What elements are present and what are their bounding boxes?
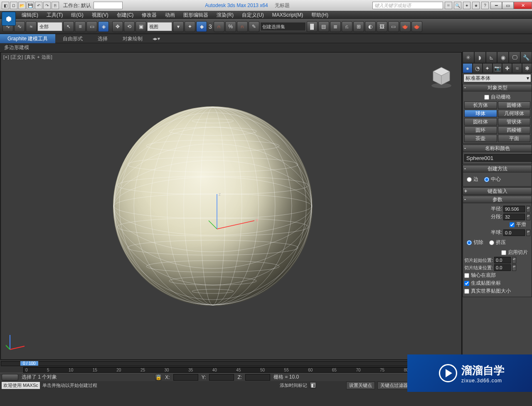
named-selection[interactable]: 创建选择集 <box>260 22 306 31</box>
modify-tab-icon[interactable]: ◗ <box>474 52 486 63</box>
manip-icon[interactable]: ✦ <box>185 21 195 32</box>
link-icon[interactable]: ⎘ <box>52 2 59 9</box>
hierarchy-tab-icon[interactable]: ⊾ <box>486 52 498 63</box>
ribbon-panel-label[interactable]: 多边形建模 <box>0 43 532 52</box>
ribbon-expand-icon[interactable]: ◂▸▾ <box>150 34 163 43</box>
viewport-label[interactable]: [+] [正交] [真实 + 边面] <box>3 54 52 60</box>
rollout-params[interactable]: -参数 <box>463 196 532 203</box>
real-world-checkbox[interactable] <box>464 289 469 294</box>
close-button[interactable]: ✕ <box>514 2 532 9</box>
slice-to-spinner[interactable]: ▴▾ <box>512 264 516 271</box>
display-tab-icon[interactable]: 🖵 <box>509 52 520 63</box>
slice-to-input[interactable] <box>494 264 511 271</box>
rollout-name-color[interactable]: -名称和颜色 <box>463 145 532 152</box>
move-icon[interactable]: ✥ <box>112 21 123 32</box>
add-tag-button[interactable]: 添加时间标记 <box>280 382 307 389</box>
search-icon[interactable]: 🔍 <box>454 2 461 9</box>
tab-selection[interactable]: 选择 <box>90 34 115 43</box>
undo-icon[interactable]: ↶ <box>35 2 42 9</box>
workspace-dropdown[interactable] <box>94 2 123 9</box>
set-key-button[interactable]: 设置关键点 <box>346 381 375 389</box>
radio-chop[interactable] <box>467 240 472 245</box>
base-pivot-checkbox[interactable] <box>464 273 469 278</box>
new-icon[interactable]: 🗋 <box>10 2 17 9</box>
radius-input[interactable] <box>503 206 525 212</box>
select-icon[interactable]: ↖ <box>63 21 74 32</box>
maximize-button[interactable]: ▭ <box>502 2 514 9</box>
shapes-icon[interactable]: ◔ <box>473 63 483 73</box>
schematic-icon[interactable]: ⊞ <box>353 21 364 32</box>
ref-coord-dropdown[interactable]: 视图 <box>147 22 172 31</box>
mini-listener-icon[interactable] <box>2 374 18 381</box>
select-name-icon[interactable]: ≡ <box>75 21 86 32</box>
rollout-object-type[interactable]: -对象类型 <box>463 84 532 91</box>
slice-from-input[interactable] <box>494 257 511 263</box>
menu-help[interactable]: 帮助(H) <box>307 12 332 19</box>
render-frame-icon[interactable]: ▭ <box>388 21 399 32</box>
segments-spinner[interactable]: ▴▾ <box>526 214 530 220</box>
category-dropdown[interactable]: 标准基本体▾ <box>463 74 531 82</box>
rollout-keyboard[interactable]: +键盘输入 <box>463 187 532 195</box>
btn-cone[interactable]: 圆锥体 <box>498 101 531 109</box>
app-icon[interactable]: ⬢ <box>2 12 16 26</box>
viewcube-icon[interactable] <box>429 65 454 90</box>
tab-freeform[interactable]: 自由形式 <box>55 34 90 43</box>
minimize-button[interactable]: ━ <box>490 2 502 9</box>
selection-filter[interactable]: 全部 <box>37 22 62 31</box>
app-menu-icon[interactable]: ◧ <box>2 2 9 9</box>
curve-editor-icon[interactable]: ⎌ <box>342 21 352 32</box>
x-input[interactable] <box>173 374 198 381</box>
menu-animation[interactable]: 动画 <box>161 12 179 19</box>
rollout-create-method[interactable]: -创建方法 <box>463 165 532 172</box>
help-icon[interactable]: ? <box>481 2 489 9</box>
menu-create[interactable]: 创建(C) <box>113 12 138 19</box>
snap-3-icon[interactable]: 3 <box>208 23 213 30</box>
menu-rendering[interactable]: 渲染(R) <box>212 12 238 19</box>
create-tab-icon[interactable]: ✳ <box>463 52 474 63</box>
radio-squash[interactable] <box>489 240 494 245</box>
btn-cylinder[interactable]: 圆柱体 <box>464 118 497 125</box>
select-window-icon[interactable]: ◈ <box>98 21 109 32</box>
subscription-icon[interactable]: ⌗ <box>445 2 452 9</box>
btn-pyramid[interactable]: 四棱锥 <box>498 126 531 134</box>
mirror-icon[interactable]: ▐▌ <box>307 21 318 32</box>
gen-map-checkbox[interactable] <box>464 281 469 286</box>
spacewarps-icon[interactable]: ≈ <box>512 63 522 73</box>
hemisphere-spinner[interactable]: ▴▾ <box>526 229 530 236</box>
rotate-icon[interactable]: ⟲ <box>124 21 135 32</box>
cameras-icon[interactable]: 📷 <box>493 63 502 73</box>
utilities-tab-icon[interactable]: 🔧 <box>520 52 532 63</box>
btn-plane[interactable]: 平面 <box>498 135 531 142</box>
align-icon[interactable]: ▤ <box>318 21 329 32</box>
lock-icon[interactable]: 🔒 <box>155 374 162 381</box>
btn-teapot[interactable]: 茶壶 <box>464 135 497 142</box>
favorite-icon[interactable]: ★ <box>472 2 480 9</box>
menu-tools[interactable]: 工具(T) <box>42 12 67 19</box>
menu-maxscript[interactable]: MAXScript(M) <box>268 12 308 18</box>
open-icon[interactable]: 📂 <box>18 2 26 9</box>
btn-tube[interactable]: 管状体 <box>498 118 531 125</box>
menu-grapheditors[interactable]: 图形编辑器 <box>179 12 212 19</box>
segments-input[interactable] <box>503 214 525 220</box>
render-icon[interactable]: 🫖 <box>400 21 411 32</box>
btn-geosphere[interactable]: 几何球体 <box>498 110 531 117</box>
radius-spinner[interactable]: ▴▾ <box>526 206 530 212</box>
transform-gizmo[interactable]: z x y <box>209 192 267 241</box>
btn-sphere[interactable]: 球体 <box>464 110 497 117</box>
menu-customize[interactable]: 自定义(U) <box>238 12 268 19</box>
helpers-icon[interactable]: ✚ <box>502 63 512 73</box>
menu-modifiers[interactable]: 修改器 <box>138 12 161 19</box>
tag-icon[interactable]: ◧ <box>310 382 316 389</box>
save-icon[interactable]: 💾 <box>27 2 34 9</box>
snap-toggle-icon[interactable]: ◆ <box>196 21 207 32</box>
tab-graphite[interactable]: Graphite 建模工具 <box>0 34 55 43</box>
slice-on-checkbox[interactable] <box>501 250 506 255</box>
viewport[interactable]: [+] [正交] [真实 + 边面] <box>0 52 462 360</box>
menu-edit[interactable]: 编辑(E) <box>17 12 42 19</box>
layer-icon[interactable]: ≣ <box>330 21 341 32</box>
slice-from-spinner[interactable]: ▴▾ <box>512 257 516 263</box>
y-input[interactable] <box>209 374 234 381</box>
exchange-icon[interactable]: ✦ <box>463 2 470 9</box>
bind-spacewarp-icon[interactable]: ≈ <box>26 21 37 32</box>
render-setup-icon[interactable]: 🖼 <box>377 21 387 32</box>
